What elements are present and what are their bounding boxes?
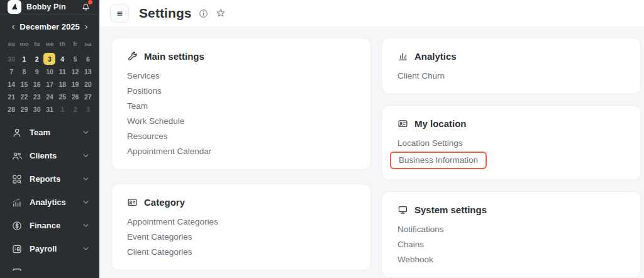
- calendar-day[interactable]: 26: [69, 91, 81, 103]
- sidebar-nav: Team Clients Reports Analytics: [0, 121, 99, 278]
- calendar-day[interactable]: 4: [57, 53, 69, 65]
- calendar-day[interactable]: 8: [18, 65, 30, 77]
- sidebar-item-label: Clients: [30, 151, 75, 160]
- calendar-day[interactable]: 12: [69, 65, 81, 77]
- calendar-weekday-label: mo: [18, 40, 30, 47]
- link-location-settings[interactable]: Location Settings: [397, 136, 625, 151]
- calendar-next-button[interactable]: ›: [82, 22, 91, 31]
- calendar-day[interactable]: 9: [31, 65, 43, 77]
- calendar-day[interactable]: 13: [82, 65, 94, 77]
- sidebar-item-payroll[interactable]: Payroll: [0, 237, 99, 260]
- notifications-bell-button[interactable]: [80, 1, 92, 13]
- calendar-weekday-label: tu: [31, 40, 43, 47]
- info-icon: [198, 8, 209, 19]
- sidebar-item-team[interactable]: Team: [0, 121, 99, 144]
- calendar-day[interactable]: 10: [43, 65, 55, 77]
- link-webhook[interactable]: Webhook: [397, 252, 625, 267]
- calendar-day-selected[interactable]: 3: [43, 53, 55, 65]
- calendar-day[interactable]: 14: [6, 78, 18, 90]
- business-information-highlight: Business Information: [390, 152, 487, 169]
- page-title: Settings: [139, 6, 192, 21]
- calendar-day[interactable]: 30: [6, 53, 18, 65]
- card-analytics: Analytics Client Churn: [382, 38, 641, 94]
- calendar-day[interactable]: 5: [69, 53, 81, 65]
- brand-row: Bobby Pin: [0, 0, 99, 14]
- link-business-information[interactable]: Business Information: [399, 155, 478, 166]
- card-my-location: My location Location Settings Business I…: [382, 105, 641, 181]
- info-button[interactable]: [198, 8, 209, 19]
- link-resources[interactable]: Resources: [127, 129, 355, 144]
- link-appointment-categories[interactable]: Appointment Categories: [127, 214, 355, 230]
- calendar-day[interactable]: 19: [69, 78, 81, 90]
- calendar-day[interactable]: 11: [57, 65, 69, 77]
- link-appointment-calendar[interactable]: Appointment Calendar: [127, 144, 355, 159]
- calendar-day[interactable]: 16: [31, 78, 43, 90]
- calendar-day[interactable]: 3: [82, 103, 94, 115]
- link-positions[interactable]: Positions: [127, 84, 355, 99]
- calendar-day[interactable]: 17: [43, 78, 55, 90]
- payroll-icon: [11, 243, 23, 255]
- link-event-categories[interactable]: Event Categories: [127, 230, 355, 245]
- menu-button[interactable]: [110, 4, 129, 23]
- sidebar-item-label: Team: [30, 128, 75, 137]
- partial-menu-icon: [11, 267, 23, 278]
- sidebar-item-clients[interactable]: Clients: [0, 144, 99, 167]
- id-card-icon: [127, 197, 138, 208]
- sidebar-item-reports[interactable]: Reports: [0, 167, 99, 191]
- bobby-pin-logo-icon: [10, 3, 19, 11]
- calendar-weekday-label: su: [5, 40, 18, 47]
- calendar-day[interactable]: 18: [57, 78, 69, 90]
- calendar-day[interactable]: 2: [31, 53, 43, 65]
- sidebar: Bobby Pin ‹ December 2025 › sumotuwethfr…: [0, 0, 99, 278]
- link-notifications[interactable]: Notifications: [397, 222, 625, 237]
- calendar-day[interactable]: 24: [43, 91, 55, 103]
- calendar-weekday-row: sumotuwethfrsa: [5, 40, 94, 47]
- sidebar-item-label: Analytics: [30, 197, 75, 207]
- favorite-button[interactable]: [215, 8, 226, 19]
- calendar-day[interactable]: 6: [82, 53, 94, 65]
- calendar-day[interactable]: 7: [6, 65, 18, 77]
- card-title: System settings: [414, 204, 487, 215]
- calendar-day[interactable]: 30: [31, 103, 43, 115]
- link-team[interactable]: Team: [127, 99, 355, 114]
- calendar-day[interactable]: 2: [69, 103, 81, 115]
- sidebar-item-label: Reports: [30, 174, 75, 184]
- card-title: Main settings: [144, 51, 204, 62]
- link-client-categories[interactable]: Client Categories: [127, 245, 355, 260]
- brand-name: Bobby Pin: [26, 3, 75, 11]
- calendar-day[interactable]: 22: [18, 91, 30, 103]
- reports-icon: [11, 174, 23, 185]
- calendar-day[interactable]: 27: [82, 91, 94, 103]
- calendar-day[interactable]: 28: [6, 103, 18, 115]
- sidebar-item-analytics[interactable]: Analytics: [0, 191, 99, 214]
- chevron-down-icon: [82, 152, 90, 160]
- calendar-day[interactable]: 21: [6, 91, 18, 103]
- calendar-day[interactable]: 29: [18, 103, 30, 115]
- link-services[interactable]: Services: [127, 69, 355, 84]
- star-icon: [215, 8, 226, 19]
- person-icon: [11, 127, 23, 138]
- chevron-down-icon: [82, 245, 90, 253]
- people-icon: [11, 150, 23, 162]
- calendar-month-label: December 2025: [18, 22, 82, 31]
- id-card-icon: [397, 118, 408, 129]
- chevron-down-icon: [82, 198, 90, 206]
- sidebar-item-finance[interactable]: Finance: [0, 214, 99, 237]
- mini-calendar: ‹ December 2025 › sumotuwethfrsa 3012345…: [0, 14, 99, 115]
- calendar-day[interactable]: 15: [18, 78, 30, 90]
- link-chains[interactable]: Chains: [397, 237, 625, 252]
- link-client-churn[interactable]: Client Churn: [397, 69, 625, 84]
- calendar-prev-button[interactable]: ‹: [9, 22, 18, 31]
- page-header: Settings: [99, 0, 644, 26]
- card-category: Category Appointment Categories Event Ca…: [111, 184, 371, 270]
- calendar-day[interactable]: 1: [18, 53, 30, 65]
- sidebar-item-label: Payroll: [30, 244, 75, 253]
- calendar-day[interactable]: 1: [57, 103, 69, 115]
- calendar-day[interactable]: 31: [43, 103, 55, 115]
- bar-chart-icon: [397, 51, 408, 62]
- calendar-day[interactable]: 20: [82, 78, 94, 90]
- link-work-schedule[interactable]: Work Schedule: [127, 114, 355, 129]
- chevron-down-icon: [82, 221, 90, 230]
- calendar-day[interactable]: 23: [31, 91, 43, 103]
- calendar-day[interactable]: 25: [57, 91, 69, 103]
